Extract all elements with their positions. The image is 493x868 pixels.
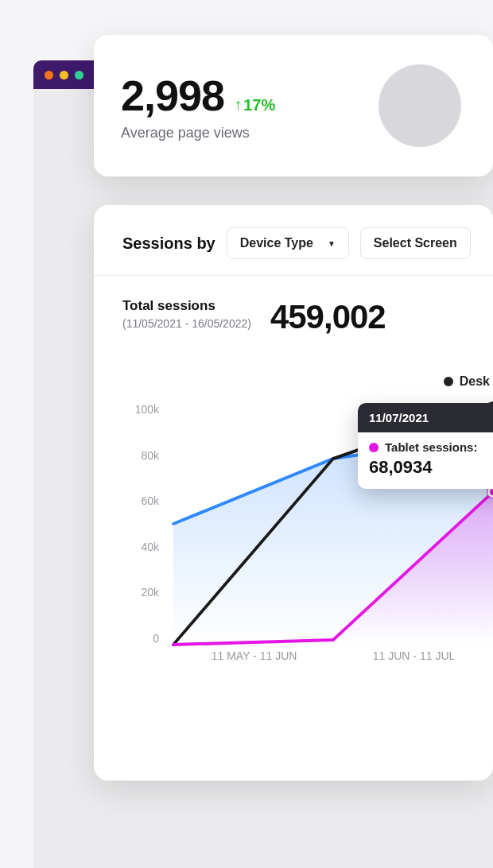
select-screen-dropdown[interactable]: Select Screen xyxy=(360,227,471,259)
sessions-by-label: Sessions by xyxy=(122,234,215,253)
tooltip-date: 11/07/2021 xyxy=(358,403,493,432)
sessions-chart: 100k 80k 60k 40k 20k 0 xyxy=(122,403,493,681)
avg-page-views-label: Average page views xyxy=(121,125,378,141)
sessions-card: Sessions by Device Type ▼ Select Screen … xyxy=(94,205,493,781)
chart-tooltip: 11/07/2021 Tablet sessions: 68,0934 xyxy=(358,403,493,489)
dropdown-label: Select Screen xyxy=(374,236,457,250)
tooltip-series-label: Tablet sessions: xyxy=(385,440,477,454)
legend-dot-desktop xyxy=(444,377,453,386)
y-tick: 80k xyxy=(141,449,159,462)
x-tick: 11 JUN - 11 JUL xyxy=(373,649,455,681)
total-sessions-title: Total sessions xyxy=(122,298,251,314)
total-sessions-value: 459,002 xyxy=(270,298,386,336)
device-type-dropdown[interactable]: Device Type ▼ xyxy=(227,227,349,259)
y-tick: 40k xyxy=(141,541,159,553)
y-tick: 20k xyxy=(141,586,159,599)
y-axis: 100k 80k 60k 40k 20k 0 xyxy=(122,403,165,645)
arrow-up-icon: ↑ xyxy=(234,95,242,114)
delta-percent: 17% xyxy=(243,96,275,114)
x-tick: 11 MAY - 11 JUN xyxy=(212,649,297,681)
avg-page-views-card: 2,998 ↑ 17% Average page views xyxy=(94,35,493,176)
avg-page-views-delta: ↑ 17% xyxy=(234,96,275,114)
y-tick: 0 xyxy=(153,632,159,645)
window-maximize-dot[interactable] xyxy=(75,71,83,79)
legend-label-desktop: Desk xyxy=(460,374,490,389)
tooltip-series-dot xyxy=(369,443,378,452)
total-sessions-range: (11/05/2021 - 16/05/2022) xyxy=(122,317,251,330)
window-minimize-dot[interactable] xyxy=(60,71,68,79)
window-close-dot[interactable] xyxy=(45,71,53,79)
plot-region[interactable]: 11/07/2021 Tablet sessions: 68,0934 xyxy=(173,403,493,645)
tooltip-value: 68,0934 xyxy=(369,457,493,478)
divider xyxy=(94,275,493,276)
avg-page-views-value: 2,998 xyxy=(121,71,224,120)
chevron-down-icon: ▼ xyxy=(328,239,336,248)
dropdown-label: Device Type xyxy=(240,236,313,250)
donut-chart-placeholder xyxy=(378,64,461,147)
x-axis: 11 MAY - 11 JUN 11 JUN - 11 JUL xyxy=(173,649,493,681)
y-tick: 60k xyxy=(141,494,159,507)
y-tick: 100k xyxy=(135,403,159,416)
